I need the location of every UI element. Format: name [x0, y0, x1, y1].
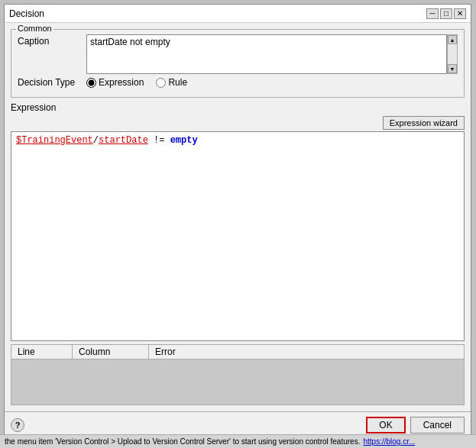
- help-button[interactable]: ?: [11, 418, 24, 432]
- expression-toolbar: Expression wizard: [11, 116, 465, 130]
- expression-section-label: Expression: [11, 102, 465, 113]
- errors-col-column: Column: [73, 345, 149, 359]
- errors-body: [11, 359, 464, 404]
- radio-rule[interactable]: Rule: [156, 77, 187, 88]
- scroll-up-arrow[interactable]: ▲: [448, 35, 457, 44]
- expression-editor[interactable]: $TrainingEvent/startDate != empty: [11, 131, 465, 341]
- common-group-label: Common: [16, 24, 53, 33]
- expr-operator: !=: [148, 135, 170, 146]
- status-text: the menu item 'Version Control > Upload …: [5, 437, 360, 446]
- decision-type-radio-group: Expression Rule: [86, 77, 187, 88]
- decision-type-row: Decision Type Expression Rule: [18, 77, 458, 88]
- footer-left: ?: [11, 418, 24, 432]
- close-button[interactable]: ✕: [454, 8, 466, 19]
- radio-rule-label: Rule: [168, 77, 187, 88]
- dialog-content: Common Caption startDate not empty ▲ ▼: [5, 23, 471, 411]
- radio-expression[interactable]: Expression: [86, 77, 144, 88]
- expr-keyword: empty: [170, 135, 198, 146]
- minimize-button[interactable]: ─: [426, 8, 439, 19]
- errors-header: Line Column Error: [11, 345, 464, 359]
- expression-section: Expression Expression wizard $TrainingEv…: [11, 102, 465, 405]
- radio-expression-input[interactable]: [86, 78, 96, 88]
- dialog-title: Decision: [9, 8, 44, 19]
- footer-right: OK Cancel: [366, 417, 465, 433]
- caption-input[interactable]: startDate not empty: [86, 34, 447, 74]
- expr-slash: /: [93, 135, 99, 146]
- maximize-button[interactable]: □: [440, 8, 452, 19]
- errors-section: Line Column Error: [11, 344, 465, 405]
- common-group: Common Caption startDate not empty ▲ ▼: [11, 29, 465, 98]
- errors-col-line: Line: [11, 345, 73, 359]
- expr-field: startDate: [99, 135, 148, 146]
- title-bar: Decision ─ □ ✕: [5, 5, 471, 23]
- cancel-button[interactable]: Cancel: [410, 417, 465, 433]
- status-link[interactable]: https://blog.cr...: [363, 437, 415, 446]
- radio-expression-label: Expression: [99, 77, 144, 88]
- expr-variable: $TrainingEvent: [16, 135, 93, 146]
- radio-rule-input[interactable]: [156, 78, 166, 88]
- ok-button[interactable]: OK: [366, 417, 405, 433]
- title-bar-controls: ─ □ ✕: [426, 8, 466, 19]
- scroll-down-arrow[interactable]: ▼: [448, 64, 457, 73]
- expression-wizard-button[interactable]: Expression wizard: [383, 116, 465, 130]
- decision-dialog: Decision ─ □ ✕ Common Caption startDate …: [4, 4, 471, 439]
- errors-col-error: Error: [149, 345, 464, 359]
- status-bar: the menu item 'Version Control > Upload …: [0, 434, 476, 448]
- caption-scrollbar: ▲ ▼: [447, 34, 458, 74]
- expression-code-line: $TrainingEvent/startDate != empty: [16, 135, 459, 146]
- caption-row: Caption startDate not empty ▲ ▼: [18, 34, 458, 74]
- decision-type-label: Decision Type: [18, 77, 86, 88]
- dialog-wrapper: Decision ─ □ ✕ Common Caption startDate …: [0, 0, 476, 448]
- caption-label: Caption: [18, 34, 86, 47]
